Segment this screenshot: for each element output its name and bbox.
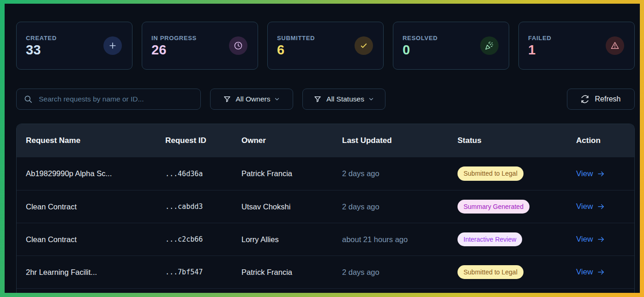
- action-cell: View: [576, 267, 634, 277]
- last-updated: about 21 hours ago: [342, 235, 457, 244]
- table-row-partial: [17, 288, 634, 293]
- stats-row: CREATED 33 IN PROGRESS 26 SUBMITTED 6: [16, 22, 635, 70]
- request-name: Ab19829990p Alpha Sc...: [17, 169, 165, 178]
- chevron-down-icon: [368, 96, 374, 102]
- refresh-button[interactable]: Refresh: [567, 89, 635, 110]
- action-cell: View: [576, 235, 634, 244]
- stat-card-resolved: RESOLVED 0: [393, 22, 509, 70]
- col-header-request-id: Request ID: [165, 136, 241, 145]
- col-header-status: Status: [457, 136, 576, 145]
- alert-triangle-icon: [606, 36, 624, 55]
- view-link[interactable]: View: [576, 169, 605, 178]
- stat-info: CREATED 33: [26, 35, 57, 57]
- col-header-last-updated: Last Updated: [342, 136, 457, 145]
- arrow-right-icon: [597, 170, 605, 178]
- toolbar: All Owners All Statuses Refresh: [16, 89, 635, 110]
- check-icon: [355, 36, 373, 55]
- view-label: View: [576, 169, 593, 178]
- owner-name: Utsav Chokshi: [241, 202, 342, 211]
- stat-label: SUBMITTED: [277, 35, 315, 42]
- filter-icon: [313, 95, 322, 103]
- request-id: ...cabdd3: [165, 202, 241, 211]
- col-header-request-name: Request Name: [17, 136, 165, 145]
- stat-value: 1: [528, 43, 551, 57]
- dashboard: CREATED 33 IN PROGRESS 26 SUBMITTED 6: [5, 4, 640, 293]
- request-id: ...7bf547: [165, 268, 241, 276]
- stat-info: SUBMITTED 6: [277, 35, 315, 57]
- stat-label: RESOLVED: [403, 35, 438, 42]
- stat-info: IN PROGRESS 26: [151, 35, 197, 57]
- view-label: View: [576, 235, 593, 244]
- plus-icon: [103, 36, 122, 55]
- requests-table: Request Name Request ID Owner Last Updat…: [16, 124, 635, 293]
- view-link[interactable]: View: [576, 267, 605, 277]
- request-id: ...46d36a: [165, 170, 241, 178]
- request-id: ...c2cb66: [165, 235, 241, 244]
- action-cell: View: [576, 202, 634, 211]
- clock-icon: [229, 36, 247, 55]
- search-input[interactable]: [38, 95, 193, 104]
- last-updated: 2 days ago: [342, 268, 457, 277]
- statuses-filter-dropdown[interactable]: All Statuses: [302, 89, 385, 110]
- refresh-icon: [581, 95, 589, 103]
- stat-label: IN PROGRESS: [151, 35, 197, 42]
- table-header-row: Request Name Request ID Owner Last Updat…: [17, 124, 634, 157]
- stat-info: FAILED 1: [528, 35, 551, 57]
- stat-label: CREATED: [26, 35, 57, 42]
- arrow-right-icon: [597, 235, 605, 244]
- arrow-right-icon: [597, 268, 605, 276]
- last-updated: 2 days ago: [342, 169, 457, 178]
- col-header-owner: Owner: [241, 136, 342, 145]
- table-row: Clean Contract ...cabdd3 Utsav Chokshi 2…: [17, 190, 634, 223]
- stat-value: 6: [277, 43, 315, 57]
- request-name: Clean Contract: [17, 235, 165, 244]
- search-icon: [24, 95, 33, 104]
- statuses-filter-label: All Statuses: [326, 95, 364, 103]
- table-row: Clean Contract ...c2cb66 Lorry Allies ab…: [17, 223, 634, 255]
- status-badge: Interactive Review: [457, 232, 522, 246]
- chevron-down-icon: [274, 96, 280, 102]
- request-name: 2hr Learning Facilit...: [17, 268, 165, 277]
- status-badge: Submitted to Legal: [457, 166, 524, 180]
- view-label: View: [576, 202, 593, 211]
- owner-name: Lorry Allies: [241, 235, 342, 244]
- col-header-action: Action: [576, 136, 634, 145]
- request-name: Clean Contract: [17, 202, 165, 211]
- view-link[interactable]: View: [576, 235, 605, 244]
- stat-label: FAILED: [528, 35, 551, 42]
- status-cell: Submitted to Legal: [457, 265, 576, 279]
- stat-value: 0: [403, 43, 438, 57]
- owners-filter-label: All Owners: [236, 95, 271, 103]
- status-badge: Summary Generated: [457, 200, 530, 214]
- table-row: 2hr Learning Facilit... ...7bf547 Patric…: [17, 255, 634, 288]
- table-row: Ab19829990p Alpha Sc... ...46d36a Patric…: [17, 157, 634, 190]
- refresh-label: Refresh: [595, 95, 620, 103]
- stat-card-failed: FAILED 1: [518, 22, 635, 70]
- view-label: View: [576, 267, 593, 277]
- stat-card-in-progress: IN PROGRESS 26: [142, 22, 258, 70]
- stat-value: 26: [151, 43, 197, 57]
- status-cell: Interactive Review: [457, 232, 576, 246]
- stat-card-submitted: SUBMITTED 6: [267, 22, 384, 70]
- stat-value: 33: [26, 43, 57, 57]
- filter-icon: [223, 95, 231, 103]
- stat-card-created: CREATED 33: [16, 22, 132, 70]
- party-popper-icon: [480, 36, 499, 55]
- status-cell: Summary Generated: [457, 200, 576, 214]
- search-box[interactable]: [16, 89, 201, 110]
- status-badge: Submitted to Legal: [457, 265, 524, 279]
- last-updated: 2 days ago: [342, 202, 457, 211]
- action-cell: View: [576, 169, 634, 178]
- owner-name: Patrick Francia: [241, 268, 342, 277]
- arrow-right-icon: [597, 202, 605, 211]
- status-cell: Submitted to Legal: [457, 166, 576, 180]
- owner-name: Patrick Francia: [241, 169, 342, 178]
- stat-info: RESOLVED 0: [403, 35, 438, 57]
- owners-filter-dropdown[interactable]: All Owners: [210, 89, 293, 110]
- view-link[interactable]: View: [576, 202, 605, 211]
